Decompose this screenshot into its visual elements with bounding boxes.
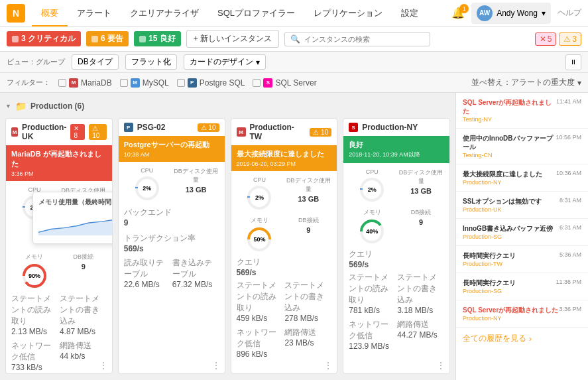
ny-db-icon: S xyxy=(349,123,358,132)
tw-stmt-read: ステートメントの読み取り459 kB/s xyxy=(237,280,284,323)
help-button[interactable]: ヘルプ xyxy=(558,7,581,19)
search-box[interactable]: 🔍 xyxy=(284,32,430,46)
chevron-down-icon: ▾ xyxy=(256,58,260,67)
user-button[interactable]: AW Andy Wong ▾ xyxy=(471,3,551,24)
psg02-disk-metric: DBディスク使用量 13 GB xyxy=(173,167,219,202)
tw-memory-metric: メモリ 50% xyxy=(237,216,283,253)
filter-pg[interactable]: P Postgre SQL xyxy=(177,78,245,88)
ny-net-send: 網路傳送44.27 MB/s xyxy=(397,319,444,351)
new-instance-button[interactable]: + 新しいインスタンス xyxy=(186,30,279,48)
user-avatar: AW xyxy=(477,5,493,21)
pg-checkbox[interactable] xyxy=(177,79,185,87)
card-design-button[interactable]: カードのデザイン ▾ xyxy=(184,54,266,70)
memory-tooltip: メモリ使用量（最終時間） xyxy=(32,192,113,244)
search-input[interactable] xyxy=(304,35,424,43)
uk-memory-metric: メモリ 90% xyxy=(11,253,58,289)
sidebar-event-6: 5:36 AM 長時間実行クエリ Production-TW xyxy=(456,246,588,273)
mysql-checkbox[interactable] xyxy=(120,79,128,87)
tooltip-title: メモリ使用量（最終時間） xyxy=(38,198,113,207)
sqlserver-icon: S xyxy=(263,78,272,88)
pg-icon: P xyxy=(188,78,197,88)
production-card-grid: M Production-UK ✕ 8 ⚠ 10 MariaDB が再起動されま… xyxy=(5,118,450,374)
nav-right: 🔔 1 AW Andy Wong ▾ ヘルプ xyxy=(451,3,581,24)
good-badge[interactable]: 15 良好 xyxy=(134,31,181,46)
card-ny-header: S Production-NY xyxy=(343,119,449,136)
warning-small-icon: ⚠ xyxy=(563,34,571,44)
uk-conn-metric: DB接続 9 xyxy=(60,253,107,289)
db-type-button[interactable]: DBタイプ xyxy=(72,54,119,70)
card-uk-status: MariaDB が再起動されました3:36 PM xyxy=(6,145,112,181)
main-content: ▼ 📁 Production (6) M Production-UK ✕ 8 ⚠… xyxy=(0,93,588,380)
filter-mariadb[interactable]: M MariaDB xyxy=(58,78,112,88)
close-icon: ✕ xyxy=(540,34,546,44)
uk-db-icon: M xyxy=(11,127,18,137)
nav-item-replication[interactable]: レプリケーション xyxy=(304,0,392,27)
ny-stmt-write: ステートメントの書き込み3.18 MB/s xyxy=(397,272,444,315)
bell-badge: 1 xyxy=(459,4,469,13)
sidebar-time-3: 10:36 AM xyxy=(556,170,581,176)
pause-button[interactable]: ⏸ xyxy=(565,54,581,70)
sidebar-time-4: 8:31 AM xyxy=(559,197,581,204)
card-psg02-more[interactable]: ⋮ xyxy=(211,360,221,371)
alert-badge-red: ✕ 5 xyxy=(535,32,557,46)
sidebar-sub-8: Production-NY xyxy=(463,315,581,322)
nav-item-overview[interactable]: 概要 xyxy=(32,0,68,27)
critical-icon xyxy=(12,36,19,42)
nav-item-settings[interactable]: 設定 xyxy=(392,0,428,27)
app-logo: N xyxy=(7,4,25,23)
user-dropdown-icon: ▾ xyxy=(542,9,546,18)
ny-net-recv: ネットワーク低信123.9 MB/s xyxy=(349,319,396,351)
card-tw-badge: ⚠ 10 xyxy=(310,128,331,137)
card-uk-title: Production-UK xyxy=(22,123,66,141)
sidebar-event-4: 8:31 AM SSLオプションは無効です Production-UK xyxy=(456,192,588,219)
sidebar-sub-3: Production-NY xyxy=(463,179,581,186)
memory-sparkline xyxy=(38,210,113,236)
warning-badge[interactable]: 6 要告 xyxy=(86,31,129,46)
card-tw-header: M Production-TW ⚠ 10 xyxy=(231,119,337,145)
good-icon xyxy=(139,36,146,42)
content-area: ▼ 📁 Production (6) M Production-UK ✕ 8 ⚠… xyxy=(0,93,455,380)
uk-stmt-read: ステートメントの読み取り2.13 MB/s xyxy=(11,293,58,336)
bell-icon[interactable]: 🔔 1 xyxy=(451,7,465,19)
top-nav: N 概要 アラート クエリアナライザ SQLプロファイラー レプリケーション 設… xyxy=(0,0,588,27)
card-uk-more[interactable]: ⋮ xyxy=(99,360,108,371)
sidebar-event-3: 10:36 AM 最大接続限度に達しました Production-NY xyxy=(456,164,588,192)
tw-query: クエリ569/s xyxy=(237,257,332,277)
mariadb-checkbox[interactable] xyxy=(58,79,66,87)
sidebar-time-6: 5:36 AM xyxy=(559,251,581,258)
sqlserver-checkbox[interactable] xyxy=(253,79,261,87)
sort-label[interactable]: 並べ替え：アラートの重大度 ▾ xyxy=(471,77,581,88)
card-ny-more[interactable]: ⋮ xyxy=(436,360,445,371)
sidebar-time-5: 6:31 AM xyxy=(559,224,581,231)
group-collapse-arrow[interactable]: ▼ xyxy=(5,103,11,109)
nav-item-sql[interactable]: SQLプロファイラー xyxy=(208,0,304,27)
card-psg02-status: Postgreサーバーの再起動10:38 AM xyxy=(119,136,225,162)
nav-item-alert[interactable]: アラート xyxy=(68,0,121,27)
psg02-transaction: トランザクション率569/s xyxy=(124,233,219,253)
sidebar-time-8: 3:36 PM xyxy=(559,306,581,312)
uk-net-recv: ネットワーク低信733 kB/s xyxy=(11,340,58,372)
view-label: ビュー：グループ xyxy=(7,57,65,67)
sidebar-sub-5: Production-SG xyxy=(463,233,581,240)
flatten-button[interactable]: フラット化 xyxy=(125,54,177,70)
see-all-button[interactable]: 全ての履歴を見る › xyxy=(456,328,588,349)
card-ny-status: 良好2018-11-20, 10:39 AM以降 xyxy=(343,136,449,163)
group-title: Production (6) xyxy=(30,101,84,111)
toolbar: 3 クリティカル 6 要告 15 良好 + 新しいインスタンス 🔍 ✕ 5 ⚠ … xyxy=(0,27,588,52)
warning-icon xyxy=(91,36,98,42)
psg02-backend: バックエンド9 xyxy=(124,207,219,227)
sidebar-event-8: 3:36 PM SQL Serverが再起動されました Production-N… xyxy=(456,300,588,328)
tw-stmt-write: ステートメントの書き込み278 MB/s xyxy=(284,280,331,323)
view-bar: ビュー：グループ DBタイプ フラット化 カードのデザイン ▾ ⏸ xyxy=(0,52,588,73)
critical-badge[interactable]: 3 クリティカル xyxy=(7,31,81,46)
card-psg02-badge: ⚠ 10 xyxy=(198,123,219,132)
card-uk-badge-orange: ⚠ 10 xyxy=(89,124,107,140)
sidebar-sub-6: Production-TW xyxy=(463,261,581,267)
filter-bar: フィルター： M MariaDB M MySQL P Postgre SQL S… xyxy=(0,73,588,93)
filter-mysql[interactable]: M MySQL xyxy=(120,78,169,88)
filter-sqlserver[interactable]: S SQL Server xyxy=(253,78,316,88)
card-tw-status: 最大接続限度に達しました2019-06-20, 03:29 PM xyxy=(231,145,337,171)
nav-item-query[interactable]: クエリアナライザ xyxy=(121,0,208,27)
sidebar-sub-2: Testing-CN xyxy=(463,152,581,158)
card-tw-more[interactable]: ⋮ xyxy=(323,360,333,371)
